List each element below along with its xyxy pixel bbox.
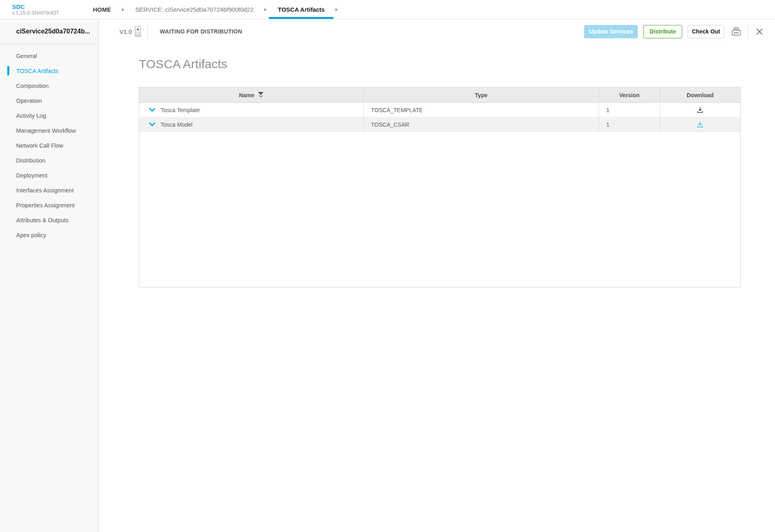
main-content: TOSCA Artifacts Name Type Version Downlo… bbox=[99, 44, 775, 532]
column-header-download: Download bbox=[660, 88, 740, 102]
service-toolbar: V1.0 ▼ WAITING FOR DISTRIBUTION Update S… bbox=[99, 19, 775, 44]
sidebar-item-tosca-artifacts[interactable]: TOSCA Artifacts bbox=[0, 63, 98, 78]
print-icon[interactable] bbox=[731, 27, 741, 36]
breadcrumb-arrow-icon bbox=[122, 8, 124, 11]
sidebar-item-activity-log[interactable]: Activity Log bbox=[0, 108, 98, 123]
sort-filter-icon bbox=[258, 92, 264, 98]
toolbar-divider bbox=[748, 25, 748, 38]
sidebar-item-interfaces-assignment[interactable]: Interfaces Assignment bbox=[0, 183, 98, 198]
artifact-name: Tosca Template bbox=[161, 107, 200, 113]
page-title: TOSCA Artifacts bbox=[139, 57, 775, 71]
tosca-artifacts-table: Name Type Version Download bbox=[139, 87, 741, 288]
sidebar-item-composition[interactable]: Composition bbox=[0, 78, 98, 93]
version-selector[interactable]: V1.0 ▼ bbox=[119, 26, 141, 37]
column-header-name[interactable]: Name bbox=[139, 88, 364, 102]
toolbar-divider bbox=[147, 25, 148, 38]
app-logo: SDC v.1.15.0-SNAPSHOT bbox=[0, 0, 93, 19]
table-header-row: Name Type Version Download bbox=[139, 88, 740, 103]
expand-chevron-down-icon[interactable] bbox=[149, 108, 155, 112]
distribute-button[interactable]: Distribute bbox=[643, 25, 682, 38]
column-header-type: Type bbox=[364, 88, 599, 102]
sidebar-item-network-call-flow[interactable]: Network Call Flow bbox=[0, 138, 98, 153]
sidebar-item-management-workflow[interactable]: Management Workflow bbox=[0, 123, 98, 138]
artifact-version: 1 bbox=[599, 117, 660, 131]
artifact-type: TOSCA_TEMPLATE bbox=[364, 103, 599, 117]
breadcrumb-service[interactable]: SERVICE: ciService25d0a70724bf900f0d22 bbox=[135, 0, 253, 19]
lifecycle-status-label: WAITING FOR DISTRIBUTION bbox=[160, 28, 242, 35]
sidebar-item-general[interactable]: General bbox=[0, 48, 98, 63]
top-header: SDC v.1.15.0-SNAPSHOT HOME SERVICE: ciSe… bbox=[0, 0, 775, 19]
sidebar-item-properties-assignment[interactable]: Properties Assignment bbox=[0, 198, 98, 213]
expand-chevron-down-icon[interactable] bbox=[149, 122, 155, 127]
table-row: Tosca Model TOSCA_CSAR 1 bbox=[139, 117, 740, 132]
app-version-label: v.1.15.0-SNAPSHOT bbox=[12, 10, 93, 16]
download-icon[interactable] bbox=[660, 117, 740, 131]
sidebar-item-apex-policy[interactable]: Apex policy bbox=[0, 227, 98, 242]
sdc-logo: SDC bbox=[12, 3, 93, 10]
sidebar-item-attributes-outputs[interactable]: Attributes & Outputs bbox=[0, 213, 98, 227]
breadcrumb-tosca-artifacts[interactable]: TOSCA Artifacts bbox=[278, 0, 325, 19]
breadcrumb-home[interactable]: HOME bbox=[93, 0, 111, 19]
version-spinner-icon[interactable]: ▼ bbox=[135, 26, 141, 37]
artifact-type: TOSCA_CSAR bbox=[364, 117, 599, 131]
artifact-version: 1 bbox=[599, 103, 660, 117]
sidebar-item-distribution[interactable]: Distribution bbox=[0, 153, 98, 168]
sidebar: ciService25d0a70724b... General TOSCA Ar… bbox=[0, 19, 99, 532]
sidebar-item-deployment[interactable]: Deployment bbox=[0, 168, 98, 183]
table-row: Tosca Template TOSCA_TEMPLATE 1 bbox=[139, 103, 740, 117]
breadcrumb: HOME SERVICE: ciService25d0a70724bf900f0… bbox=[93, 0, 349, 19]
breadcrumb-arrow-icon bbox=[335, 8, 338, 11]
artifact-name: Tosca Model bbox=[161, 121, 193, 128]
sidebar-item-operation[interactable]: Operation bbox=[0, 93, 98, 108]
breadcrumb-arrow-icon bbox=[264, 8, 267, 11]
column-header-version: Version bbox=[599, 88, 660, 102]
sidebar-menu: General TOSCA Artifacts Composition Oper… bbox=[0, 44, 98, 242]
close-icon[interactable] bbox=[756, 28, 763, 35]
toolbar-actions: Update Services Distribute Check Out bbox=[584, 25, 765, 38]
table-empty-area bbox=[139, 132, 740, 287]
service-name-title: ciService25d0a70724b... bbox=[0, 19, 98, 44]
check-out-button[interactable]: Check Out bbox=[688, 25, 724, 38]
download-icon[interactable] bbox=[660, 103, 740, 117]
update-services-button[interactable]: Update Services bbox=[584, 25, 638, 38]
